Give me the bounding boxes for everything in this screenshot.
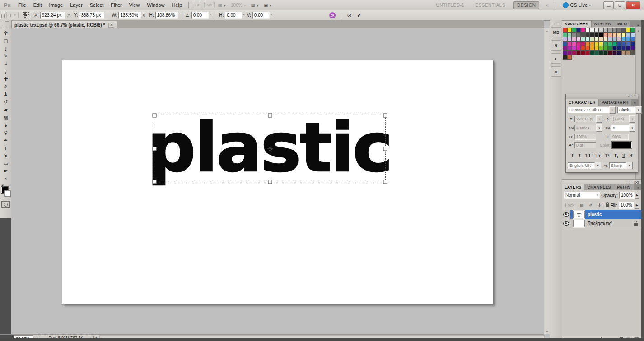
- swatch--3878c8[interactable]: [630, 37, 635, 41]
- swatch--a8c8e8[interactable]: [626, 32, 630, 37]
- launch-mini-bridge-button[interactable]: Mb: [204, 2, 215, 8]
- tracking-field[interactable]: 0: [611, 125, 629, 131]
- tab-character[interactable]: CHARACTER: [566, 99, 599, 106]
- zoom-level-dropdown[interactable]: 100%▼: [229, 2, 248, 8]
- lasso-tool[interactable]: ʆ: [0, 45, 11, 52]
- swatches-panel-menu-icon[interactable]: ≡: [635, 23, 641, 27]
- v-skew-field[interactable]: 0.00: [252, 12, 270, 19]
- menu-filter[interactable]: Filter: [107, 1, 125, 9]
- strikethrough-button[interactable]: Ŧ: [630, 153, 633, 158]
- swatch--a8a8a8[interactable]: [608, 28, 612, 32]
- swatch--f7f2a0[interactable]: [621, 32, 626, 37]
- all-caps-button[interactable]: TT: [585, 153, 591, 158]
- swatch--525252[interactable]: [581, 32, 585, 37]
- close-panel-icon[interactable]: ✕: [634, 95, 636, 98]
- swatch--182888[interactable]: [630, 41, 635, 46]
- relative-position-icon[interactable]: △: [67, 13, 71, 18]
- swatch--8f8f8f[interactable]: [612, 28, 617, 32]
- swatch--22b14c[interactable]: [572, 28, 576, 32]
- collapse-panel-icon[interactable]: ≪: [628, 95, 631, 98]
- swatch--f09828[interactable]: [590, 41, 594, 46]
- spot-healing-brush-tool[interactable]: ✚: [0, 75, 11, 83]
- layers-panel-menu-icon[interactable]: ≡: [635, 186, 641, 190]
- view-extras-icon[interactable]: ▥▼: [217, 2, 228, 8]
- minimize-button[interactable]: —: [603, 1, 614, 9]
- workspace-untitled[interactable]: UNTITLED-1: [436, 3, 465, 8]
- menu-view[interactable]: View: [126, 1, 144, 9]
- rotate-field[interactable]: 0.00: [191, 12, 209, 19]
- swatch--101860[interactable]: [612, 46, 617, 51]
- mini-bridge-panel-icon[interactable]: MB: [551, 27, 561, 37]
- swatch--d0b8c8[interactable]: [617, 37, 621, 41]
- swatch--48a8e0[interactable]: [626, 37, 630, 41]
- swatch--681898[interactable]: [563, 51, 567, 55]
- close-document-icon[interactable]: ✕: [108, 23, 114, 28]
- workspace-overflow-chevron[interactable]: »: [546, 2, 548, 8]
- default-colors-icon[interactable]: ◪: [1, 183, 4, 186]
- swatch--e8d838[interactable]: [594, 41, 599, 46]
- swatch--680818[interactable]: [576, 51, 581, 55]
- swatch--18a878[interactable]: [612, 41, 617, 46]
- swatch--f2d8a0[interactable]: [617, 32, 621, 37]
- swatch--f0a818[interactable]: [590, 46, 594, 51]
- restore-button[interactable]: ❏: [615, 1, 625, 9]
- masks-panel-icon[interactable]: ◙: [551, 66, 561, 77]
- link-scale-icon[interactable]: ∞: [142, 14, 147, 17]
- tab-paragraph[interactable]: PARAGRAPH: [599, 99, 632, 106]
- text-layer-thumbnail[interactable]: T: [573, 211, 585, 218]
- subscript-button[interactable]: T₁: [614, 153, 618, 158]
- swatch--88c828[interactable]: [599, 46, 603, 51]
- small-caps-button[interactable]: Tᴛ: [596, 153, 601, 158]
- swatch--f0c818[interactable]: [594, 46, 599, 51]
- swatch--104838[interactable]: [590, 51, 594, 55]
- pen-tool[interactable]: ✒: [0, 137, 11, 144]
- swatch--0f3828[interactable]: [599, 51, 603, 55]
- swatch--bdbdbd[interactable]: [603, 28, 608, 32]
- scroll-up-icon[interactable]: ▲: [637, 28, 640, 33]
- swatch--6e6e6e[interactable]: [576, 32, 581, 37]
- dodge-tool[interactable]: ⚲: [0, 129, 11, 137]
- swatch--c81868[interactable]: [581, 41, 585, 46]
- swatch--b8d4f0[interactable]: [630, 32, 635, 37]
- cs-live-button[interactable]: CS Live ▼: [563, 2, 592, 8]
- tab-channels[interactable]: CHANNELS: [584, 184, 614, 190]
- swatch--881888[interactable]: [563, 46, 567, 51]
- swatch--1a1a1a[interactable]: [594, 32, 599, 37]
- swatch--57c785[interactable]: [563, 32, 567, 37]
- kerning-field[interactable]: Metrics: [574, 125, 596, 131]
- swatch--e3e3e3[interactable]: [594, 28, 599, 32]
- layer-row-plastic[interactable]: T plastic: [562, 210, 641, 219]
- background-color-swatch[interactable]: [4, 190, 11, 197]
- swatch--3858b0[interactable]: [621, 41, 626, 46]
- swatch--1e9e50[interactable]: [630, 28, 635, 32]
- clone-stamp-tool[interactable]: ♟: [0, 91, 11, 98]
- transform-handle-top-left[interactable]: [153, 114, 157, 118]
- lock-pixels-icon[interactable]: ✐: [588, 203, 594, 207]
- lock-all-icon[interactable]: [606, 204, 609, 207]
- swatch--d1d1d1[interactable]: [599, 28, 603, 32]
- history-panel-icon[interactable]: ↯: [551, 40, 561, 51]
- swatch--28b868[interactable]: [608, 41, 612, 46]
- opacity-spinner[interactable]: ▶: [635, 192, 639, 199]
- character-panel-menu-icon[interactable]: ≡: [632, 101, 638, 106]
- swatch--d8e8b8[interactable]: [590, 37, 594, 41]
- language-field[interactable]: English: UK: [568, 162, 595, 169]
- workspace-design[interactable]: DESIGN: [513, 1, 539, 9]
- swatch--202880[interactable]: [621, 46, 626, 51]
- launch-bridge-button[interactable]: Br: [193, 2, 201, 8]
- swatch--f0d8b8[interactable]: [599, 37, 603, 41]
- transform-handle-mid-left[interactable]: [153, 147, 157, 151]
- lock-transparency-icon[interactable]: ▨: [579, 203, 585, 207]
- menu-layer[interactable]: Layer: [66, 1, 86, 9]
- tab-swatches[interactable]: SWATCHES: [562, 21, 592, 27]
- swatch--f3e11c[interactable]: [567, 28, 572, 32]
- menu-image[interactable]: Image: [46, 1, 67, 9]
- adjustments-panel-icon[interactable]: ◐: [551, 53, 561, 64]
- tool-preset-picker[interactable]: ✛▼: [6, 12, 19, 18]
- swatch--585850[interactable]: [630, 51, 635, 55]
- leading-field[interactable]: (Auto): [611, 116, 629, 122]
- swatch--188838[interactable]: [608, 46, 612, 51]
- swatch--c8b8e8[interactable]: [563, 37, 567, 41]
- baseline-shift-field[interactable]: 0 pt: [574, 142, 596, 148]
- transform-handle-mid-right[interactable]: [383, 147, 387, 151]
